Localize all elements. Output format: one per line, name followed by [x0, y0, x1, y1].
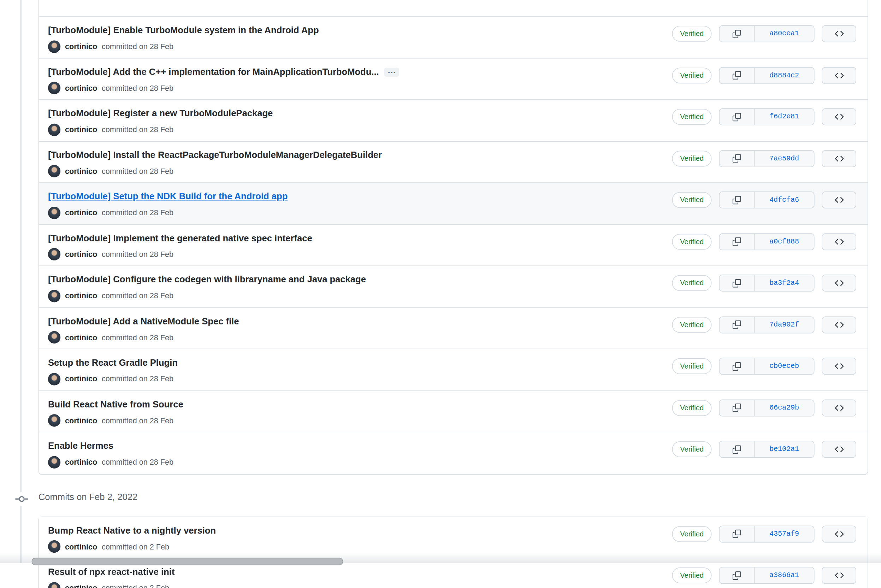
commit-sha-link[interactable]: ba3f2a4 [755, 275, 814, 291]
avatar[interactable] [48, 290, 60, 302]
verified-badge[interactable]: Verified [672, 150, 712, 166]
commit-author-link[interactable]: cortinico [65, 333, 97, 342]
verified-badge[interactable]: Verified [672, 234, 712, 249]
browse-code-button[interactable] [822, 399, 856, 416]
commit-row-actions: Verified ba3f2a4 [672, 274, 856, 291]
copy-sha-button[interactable] [719, 567, 755, 584]
commit-sha-link[interactable]: 7da902f [755, 316, 814, 333]
verified-badge[interactable]: Verified [672, 316, 712, 333]
browse-code-button[interactable] [822, 25, 856, 42]
avatar[interactable] [48, 248, 60, 260]
commit-expander-button[interactable]: … [385, 68, 400, 76]
browse-code-button[interactable] [822, 441, 856, 458]
commit-date-text: committed on 28 Feb [102, 333, 174, 342]
commit-title-link[interactable]: Bump React Native to a nightly version [48, 524, 216, 537]
commit-sha-link[interactable]: be102a1 [755, 441, 814, 457]
commit-sha-link[interactable]: a3866a1 [755, 567, 814, 584]
verified-badge[interactable]: Verified [672, 109, 712, 125]
copy-sha-button[interactable] [719, 275, 755, 291]
sha-button-group: be102a1 [719, 441, 814, 458]
commit-author-link[interactable]: cortinico [65, 208, 97, 217]
copy-sha-button[interactable] [719, 526, 755, 542]
commit-sha-link[interactable]: f6d2e81 [755, 109, 814, 125]
commit-author-link[interactable]: cortinico [65, 375, 97, 383]
commit-author-link[interactable]: cortinico [65, 542, 97, 551]
commit-sha-link[interactable]: 4357af9 [755, 526, 814, 542]
commit-title-link[interactable]: [TurboModule] Setup the NDK Build for th… [48, 190, 288, 203]
avatar[interactable] [48, 123, 60, 136]
commit-author-link[interactable]: cortinico [65, 458, 97, 466]
commit-title-link[interactable]: Result of npx react-native init [48, 565, 174, 579]
commit-title-link[interactable]: Setup the React Gradle Plugin [48, 356, 178, 369]
browse-code-button[interactable] [822, 233, 856, 250]
browse-code-button[interactable] [822, 567, 856, 584]
verified-badge[interactable]: Verified [672, 358, 712, 374]
copy-sha-button[interactable] [719, 358, 755, 374]
commit-title-link[interactable]: [TurboModule] Add a NativeModule Spec fi… [48, 315, 239, 328]
horizontal-scrollbar-thumb[interactable] [32, 558, 343, 566]
verified-badge[interactable]: Verified [672, 68, 712, 83]
commit-title-link[interactable]: [TurboModule] Configure the codegen with… [48, 273, 366, 286]
verified-badge[interactable]: Verified [672, 192, 712, 208]
commit-author-link[interactable]: cortinico [65, 167, 97, 175]
commit-sha-link[interactable]: d8884c2 [755, 68, 814, 83]
commit-title-link[interactable]: [TurboModule] Enable TurboModule system … [48, 24, 319, 37]
browse-code-button[interactable] [822, 525, 856, 542]
commit-sha-link[interactable]: cb0eceb [755, 358, 814, 374]
browse-code-button[interactable] [822, 108, 856, 126]
copy-sha-button[interactable] [719, 150, 755, 166]
copy-sha-button[interactable] [719, 109, 755, 125]
commit-author-link[interactable]: cortinico [65, 126, 97, 134]
browse-code-button[interactable] [822, 316, 856, 333]
commit-author-link[interactable]: cortinico [65, 291, 97, 300]
commit-title-link[interactable]: Enable Hermes [48, 439, 113, 453]
copy-sha-button[interactable] [719, 400, 755, 416]
commit-author-link[interactable]: cortinico [65, 584, 97, 588]
verified-badge[interactable]: Verified [672, 400, 712, 416]
copy-sha-button[interactable] [719, 234, 755, 249]
commit-title-link[interactable]: [TurboModule] Install the ReactPackageTu… [48, 148, 382, 162]
sha-button-group: 4dfcfa6 [719, 192, 814, 208]
avatar[interactable] [48, 373, 60, 385]
browse-code-button[interactable] [822, 150, 856, 167]
avatar[interactable] [48, 165, 60, 177]
copy-sha-button[interactable] [719, 68, 755, 83]
commit-sha-link[interactable]: 7ae59dd [755, 150, 814, 166]
avatar[interactable] [48, 456, 60, 468]
copy-sha-button[interactable] [719, 316, 755, 333]
copy-sha-button[interactable] [719, 192, 755, 208]
copy-icon [733, 113, 741, 121]
browse-code-button[interactable] [822, 192, 856, 208]
avatar[interactable] [48, 582, 60, 588]
verified-badge[interactable]: Verified [672, 526, 712, 542]
avatar[interactable] [48, 82, 60, 94]
commit-sha-link[interactable]: 66ca29b [755, 400, 814, 416]
copy-sha-button[interactable] [719, 26, 755, 42]
verified-badge[interactable]: Verified [672, 26, 712, 42]
commit-title-link[interactable]: [TurboModule] Register a new TurboModule… [48, 107, 273, 120]
verified-badge[interactable]: Verified [672, 275, 712, 291]
commit-author-link[interactable]: cortinico [65, 42, 97, 51]
avatar[interactable] [48, 206, 60, 219]
avatar[interactable] [48, 331, 60, 344]
commit-title-link[interactable]: [TurboModule] Implement the generated na… [48, 231, 312, 245]
commit-author-link[interactable]: cortinico [65, 416, 97, 425]
verified-badge[interactable]: Verified [672, 567, 712, 584]
commit-sha-link[interactable]: a80cea1 [755, 26, 814, 42]
commit-sha-link[interactable]: 4dfcfa6 [755, 192, 814, 208]
commit-title-link[interactable]: Build React Native from Source [48, 398, 183, 411]
avatar[interactable] [48, 414, 60, 426]
browse-code-button[interactable] [822, 358, 856, 375]
commit-title: [TurboModule] Enable TurboModule system … [48, 24, 319, 37]
copy-icon [733, 571, 741, 579]
commit-author-link[interactable]: cortinico [65, 84, 97, 92]
commit-author-link[interactable]: cortinico [65, 250, 97, 258]
commit-sha-link[interactable]: a0cf888 [755, 234, 814, 249]
browse-code-button[interactable] [822, 274, 856, 291]
commit-title-link[interactable]: [TurboModule] Add the C++ implementation… [48, 65, 379, 78]
avatar[interactable] [48, 540, 60, 553]
copy-sha-button[interactable] [719, 441, 755, 457]
browse-code-button[interactable] [822, 67, 856, 84]
avatar[interactable] [48, 40, 60, 52]
verified-badge[interactable]: Verified [672, 441, 712, 457]
